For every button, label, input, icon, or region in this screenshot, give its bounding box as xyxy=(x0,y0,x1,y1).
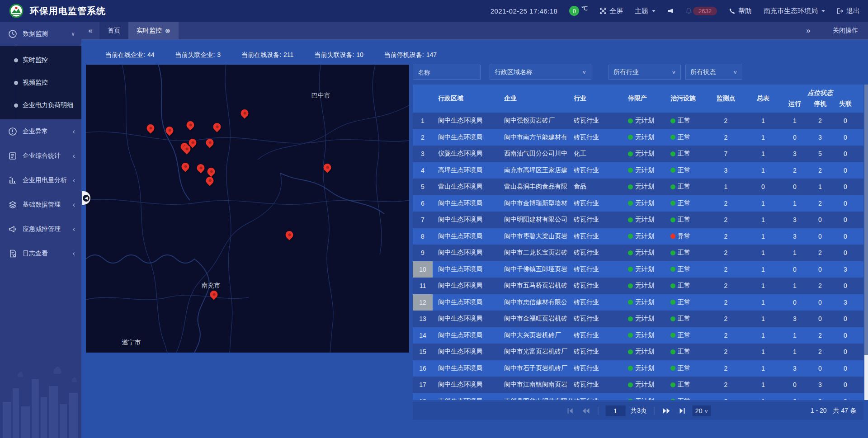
org-dropdown[interactable]: 南充市生态环境局 xyxy=(764,7,825,15)
cell-stop-status: 无计划 xyxy=(612,212,661,228)
table-row[interactable]: 9阆中生态环境局阆中市二龙长宝页岩砖砖瓦行业无计划正常21120 xyxy=(413,245,863,261)
cell-monitor-count: 2 xyxy=(707,377,745,393)
scrollbar-thumb[interactable] xyxy=(864,355,868,400)
stat-value: 211 xyxy=(283,51,293,58)
col-header-industry: 行业 xyxy=(573,85,612,113)
table-row[interactable]: 10阆中生态环境局阆中千佛镇五郎垭页岩砖瓦行业无计划正常21003 xyxy=(413,261,863,278)
cell-enterprise: 阆中市江南镇阆南页岩 xyxy=(489,377,573,393)
table-row[interactable]: 18南部生态环境局南部县双华山泥业有限公砖瓦行业无计划正常21030 xyxy=(413,393,863,400)
layers-icon xyxy=(8,200,17,209)
sidebar-item-label: 企业综合统计 xyxy=(23,152,61,160)
tab-realtime[interactable]: 实时监控⊗ xyxy=(128,22,179,39)
cell-enterprise: 南部县双华山泥业有限公 xyxy=(489,393,573,400)
sidebar-subitem-label: 实时监控 xyxy=(23,56,48,64)
table-row[interactable]: 2阆中生态环境局阆中市南方节能建材有砖瓦行业无计划正常21030 xyxy=(413,129,863,146)
app-title: 环保用电监管系统 xyxy=(30,5,106,17)
cell-industry: 砖瓦行业 xyxy=(573,294,612,311)
cell-run-count: 3 xyxy=(781,212,808,228)
cell-run-count: 0 xyxy=(781,129,808,146)
cell-facility-status: 正常 xyxy=(661,146,707,162)
page-size-select[interactable]: 20 ∨ xyxy=(693,405,711,416)
page-last-button[interactable] xyxy=(677,406,687,416)
cell-lost-count: 0 xyxy=(832,278,859,294)
status-dot-icon xyxy=(628,135,633,140)
row-number-cell: 4 xyxy=(413,162,433,179)
table-row[interactable]: 1阆中生态环境局阆中强锐页岩砖厂砖瓦行业无计划正常21120 xyxy=(413,113,863,129)
page-first-button[interactable] xyxy=(565,406,575,416)
logout-button[interactable]: 退出 xyxy=(837,7,860,15)
page-number-input[interactable] xyxy=(605,405,625,416)
cell-facility-status: 正常 xyxy=(661,129,707,146)
main-content: 当前在线企业:44当前失联企业:3当前在线设备:211当前失联设备:10当前停机… xyxy=(81,40,868,438)
table-row[interactable]: 13阆中生态环境局阆中市金福旺页岩机砖砖瓦行业无计划正常21300 xyxy=(413,311,863,327)
sidebar-item-video-monitor[interactable]: 视频监控 xyxy=(0,71,81,94)
sidebar-menu: 数据监测∨实时监控视频监控企业电力负荷明细企业异常‹企业综合统计‹企业用电量分析… xyxy=(0,22,81,266)
sidebar-item-emergency-reduction[interactable]: 应急减排管理‹ xyxy=(0,217,81,241)
table-row[interactable]: 11阆中生态环境局阆中市五马桥页岩机砖砖瓦行业无计划正常21120 xyxy=(413,278,863,294)
industry-select[interactable]: 所有行业 ∨ xyxy=(609,65,681,80)
header-datetime: 2021-02-25 17:46:18 xyxy=(491,7,558,15)
cell-enterprise: 阆中市石子页岩机砖厂 xyxy=(489,360,573,377)
theme-label: 主题 xyxy=(635,7,648,15)
status-dot-icon xyxy=(628,316,633,321)
sidebar-item-log-view[interactable]: 日志查看‹ xyxy=(0,241,81,266)
table-row[interactable]: 8阆中生态环境局阆中市枣碧大梁山页岩砖瓦行业无计划异常21300 xyxy=(413,228,863,245)
tabs-scroll-right-button[interactable]: » xyxy=(799,26,817,35)
sidebar-item-enterprise-stats[interactable]: 企业综合统计‹ xyxy=(0,144,81,168)
region-select[interactable]: 行政区域名称 ∨ xyxy=(490,65,591,80)
sidebar-item-power-analysis[interactable]: 企业用电量分析‹ xyxy=(0,168,81,193)
close-operations-button[interactable]: 关闭操作 xyxy=(833,27,858,35)
sidebar-item-realtime-monitor[interactable]: 实时监控 xyxy=(0,49,81,71)
table-row[interactable]: 14阆中生态环境局阆中大兴页岩机砖厂砖瓦行业无计划正常21120 xyxy=(413,327,863,344)
status-dot-icon xyxy=(628,217,633,222)
sidebar-item-power-load-detail[interactable]: 企业电力负荷明细 xyxy=(0,94,81,117)
cell-down-count: 2 xyxy=(808,278,832,294)
tab-close-icon[interactable]: ⊗ xyxy=(165,28,170,34)
sidebar-item-enterprise-abnormal[interactable]: 企业异常‹ xyxy=(0,119,81,144)
table-row[interactable]: 4高坪生态环境局南充市高坪区王家店建砖瓦行业无计划正常31220 xyxy=(413,162,863,179)
temperature-indicator: 0 ℃ xyxy=(569,6,588,16)
stat-item: 当前失联设备:10 xyxy=(314,51,363,59)
status-dot-icon xyxy=(628,300,633,305)
page-prev-button[interactable] xyxy=(580,406,590,416)
cell-lost-count: 0 xyxy=(832,129,859,146)
cell-down-count: 5 xyxy=(808,146,832,162)
cell-total-meter: 1 xyxy=(745,294,781,311)
table-scrollbar[interactable] xyxy=(864,85,868,400)
name-search-input[interactable] xyxy=(418,69,476,76)
cell-industry: 砖瓦行业 xyxy=(573,393,612,400)
status-dot-icon xyxy=(628,366,633,371)
col-header-total: 总表 xyxy=(745,85,781,113)
cell-run-count: 0 xyxy=(781,393,808,400)
sidebar-item-label: 日志查看 xyxy=(23,250,48,258)
table-row[interactable]: 3仪陇生态环境局西南油气田分公司川中化工无计划正常71350 xyxy=(413,146,863,162)
table-row[interactable]: 5营山生态环境局营山县润丰肉食品有限食品无计划正常10010 xyxy=(413,179,863,195)
table-row[interactable]: 15阆中生态环境局阆中市光富页岩机砖厂砖瓦行业无计划正常21120 xyxy=(413,344,863,360)
cell-industry: 食品 xyxy=(573,179,612,195)
table-row[interactable]: 16阆中生态环境局阆中市石子页岩机砖厂砖瓦行业无计划正常21300 xyxy=(413,360,863,377)
sidebar-item-data-monitor[interactable]: 数据监测∨ xyxy=(0,22,81,46)
page-next-button[interactable] xyxy=(662,406,672,416)
cell-monitor-count: 2 xyxy=(707,294,745,311)
cell-industry: 砖瓦行业 xyxy=(573,360,612,377)
table-row[interactable]: 6阆中生态环境局阆中市金博瑞新型墙材砖瓦行业无计划正常21120 xyxy=(413,195,863,212)
table-row[interactable]: 17阆中生态环境局阆中市江南镇阆南页岩砖瓦行业无计划正常21030 xyxy=(413,377,863,393)
tabs-scroll-left-button[interactable]: « xyxy=(81,22,99,39)
cell-lost-count: 0 xyxy=(832,377,859,393)
tab-home[interactable]: 首页 xyxy=(99,22,128,39)
fullscreen-button[interactable]: 全屏 xyxy=(599,7,623,15)
help-button[interactable]: 帮助 xyxy=(729,7,752,15)
notifications[interactable]: 2632 xyxy=(685,7,717,15)
table-row[interactable]: 12阆中生态环境局阆中市忠信建材有限公砖瓦行业无计划正常21003 xyxy=(413,294,863,311)
table-row[interactable]: 7阆中生态环境局阆中明阳建材有限公司砖瓦行业无计划正常21300 xyxy=(413,212,863,228)
cell-lost-count: 0 xyxy=(832,311,859,327)
status-select[interactable]: 所有状态 ∨ xyxy=(685,65,742,80)
row-number-cell: 10 xyxy=(413,261,433,278)
map-view[interactable]: 巴中市南充市遂宁市 xyxy=(86,65,409,353)
cell-run-count: 2 xyxy=(781,162,808,179)
cell-stop-status: 无计划 xyxy=(612,261,661,278)
mute-button[interactable] xyxy=(667,8,674,14)
sidebar-item-base-data[interactable]: 基础数据管理‹ xyxy=(0,193,81,217)
theme-dropdown[interactable]: 主题 xyxy=(635,7,656,15)
status-dot-icon xyxy=(628,184,633,189)
